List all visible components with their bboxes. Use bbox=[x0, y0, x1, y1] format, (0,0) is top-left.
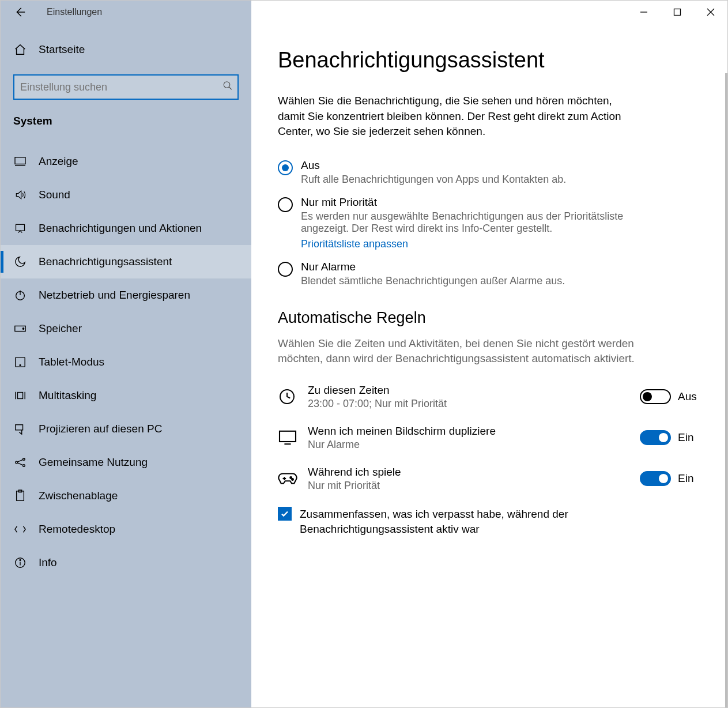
home-button[interactable]: Startseite bbox=[1, 35, 251, 64]
svg-point-14 bbox=[20, 365, 21, 366]
sidebar-item-notifications[interactable]: Benachrichtigungen und Aktionen bbox=[1, 212, 251, 245]
svg-point-20 bbox=[23, 458, 25, 461]
sidebar-item-label: Info bbox=[39, 556, 57, 569]
rule-times-sub: 23:00 - 07:00; Nur mit Priorität bbox=[308, 398, 640, 410]
svg-point-4 bbox=[224, 82, 230, 88]
option-priority[interactable]: Nur mit Priorität Es werden nur ausgewäh… bbox=[278, 196, 701, 250]
back-button[interactable] bbox=[13, 6, 26, 18]
sidebar-item-label: Projizieren auf diesen PC bbox=[39, 423, 162, 435]
rule-gaming[interactable]: Während ich spiele Nur mit Priorität Ein bbox=[278, 466, 701, 492]
radio-off[interactable] bbox=[278, 160, 293, 175]
sidebar-item-label: Gemeinsame Nutzung bbox=[39, 456, 148, 469]
clock-icon bbox=[278, 387, 303, 406]
option-priority-desc: Es werden nur ausgewählte Benachrichtigu… bbox=[301, 210, 624, 235]
option-priority-title: Nur mit Priorität bbox=[301, 196, 624, 209]
sidebar-item-shared[interactable]: Gemeinsame Nutzung bbox=[1, 446, 251, 479]
sound-icon bbox=[13, 189, 27, 201]
rules-heading: Automatische Regeln bbox=[278, 309, 701, 327]
power-icon bbox=[13, 289, 27, 302]
rules-intro: Wählen Sie die Zeiten und Aktivitäten, b… bbox=[278, 336, 635, 367]
sidebar-item-label: Benachrichtigungen und Aktionen bbox=[39, 222, 202, 235]
sidebar-item-clipboard[interactable]: Zwischenablage bbox=[1, 479, 251, 513]
rule-duplicate-sub: Nur Alarme bbox=[308, 439, 640, 451]
toggle-gaming[interactable] bbox=[640, 471, 671, 486]
sidebar-item-display[interactable]: Anzeige bbox=[1, 145, 251, 178]
sidebar-group-system: System bbox=[1, 115, 251, 145]
sidebar-item-sound[interactable]: Sound bbox=[1, 178, 251, 212]
toggle-duplicate[interactable] bbox=[640, 430, 671, 445]
titlebar: Einstellungen bbox=[1, 1, 727, 24]
sidebar-item-multitasking[interactable]: Multitasking bbox=[1, 379, 251, 412]
monitor-icon bbox=[278, 430, 303, 446]
notifications-icon bbox=[13, 223, 27, 234]
sidebar-item-label: Benachrichtigungsassistent bbox=[39, 255, 172, 268]
option-off-desc: Ruft alle Benachrichtigungen von Apps un… bbox=[301, 174, 566, 186]
sidebar: Startseite System Anzeige bbox=[1, 24, 251, 707]
intro-text: Wählen Sie die Benachrichtigung, die Sie… bbox=[278, 93, 635, 140]
toggle-duplicate-label: Ein bbox=[678, 431, 701, 444]
shared-icon bbox=[13, 457, 27, 468]
maximize-button[interactable] bbox=[661, 1, 694, 24]
rule-duplicate-title: Wenn ich meinen Bildschirm dupliziere bbox=[308, 425, 640, 438]
scrollbar[interactable] bbox=[725, 73, 727, 707]
settings-window: Einstellungen Startseite bbox=[0, 0, 728, 708]
svg-rect-30 bbox=[280, 431, 296, 442]
home-icon bbox=[13, 43, 27, 56]
sidebar-item-label: Netzbetrieb und Energiesparen bbox=[39, 289, 190, 302]
gamepad-icon bbox=[278, 471, 303, 486]
rule-duplicate[interactable]: Wenn ich meinen Bildschirm dupliziere Nu… bbox=[278, 425, 701, 451]
main-content: Benachrichtigungsassistent Wählen Sie di… bbox=[251, 24, 727, 707]
option-alarms[interactable]: Nur Alarme Blendet sämtliche Benachricht… bbox=[278, 261, 701, 287]
toggle-times-label: Aus bbox=[678, 390, 701, 403]
projecting-icon bbox=[13, 423, 27, 435]
window-title: Einstellungen bbox=[47, 7, 102, 17]
minimize-button[interactable] bbox=[627, 1, 661, 24]
priority-list-link[interactable]: Prioritätsliste anpassen bbox=[301, 238, 408, 250]
option-alarms-title: Nur Alarme bbox=[301, 261, 565, 273]
svg-point-34 bbox=[290, 477, 292, 479]
sidebar-item-storage[interactable]: Speicher bbox=[1, 312, 251, 345]
svg-rect-17 bbox=[17, 393, 22, 399]
svg-rect-6 bbox=[15, 157, 25, 164]
svg-line-22 bbox=[17, 460, 22, 462]
storage-icon bbox=[13, 325, 27, 333]
display-icon bbox=[13, 156, 27, 167]
sidebar-item-projecting[interactable]: Projizieren auf diesen PC bbox=[1, 412, 251, 446]
sidebar-item-label: Speicher bbox=[39, 322, 82, 335]
search-input[interactable] bbox=[13, 74, 239, 100]
summary-checkbox-row[interactable]: Zusammenfassen, was ich verpasst habe, w… bbox=[278, 507, 701, 536]
rule-gaming-title: Während ich spiele bbox=[308, 466, 640, 479]
rule-gaming-sub: Nur mit Priorität bbox=[308, 480, 640, 492]
sidebar-item-remote[interactable]: Remotedesktop bbox=[1, 513, 251, 546]
close-button[interactable] bbox=[694, 1, 727, 24]
sidebar-item-about[interactable]: Info bbox=[1, 546, 251, 579]
remote-icon bbox=[13, 524, 27, 535]
toggle-times[interactable] bbox=[640, 389, 671, 404]
rule-times-title: Zu diesen Zeiten bbox=[308, 384, 640, 397]
svg-point-21 bbox=[23, 465, 25, 467]
clipboard-icon bbox=[13, 489, 27, 502]
moon-icon bbox=[13, 255, 27, 268]
search-icon bbox=[222, 81, 233, 94]
svg-point-19 bbox=[16, 461, 18, 464]
sidebar-item-power[interactable]: Netzbetrieb und Energiesparen bbox=[1, 278, 251, 312]
radio-priority[interactable] bbox=[278, 197, 293, 212]
sidebar-item-label: Anzeige bbox=[39, 155, 78, 168]
home-label: Startseite bbox=[39, 43, 85, 56]
option-off-title: Aus bbox=[301, 159, 566, 172]
sidebar-item-label: Tablet-Modus bbox=[39, 356, 104, 368]
info-icon bbox=[13, 556, 27, 569]
option-alarms-desc: Blendet sämtliche Benachrichtigungen auß… bbox=[301, 275, 565, 287]
summary-checkbox-label: Zusammenfassen, was ich verpasst habe, w… bbox=[300, 507, 611, 536]
svg-point-28 bbox=[20, 560, 21, 561]
sidebar-item-tablet[interactable]: Tablet-Modus bbox=[1, 345, 251, 379]
sidebar-item-label: Multitasking bbox=[39, 389, 96, 402]
summary-checkbox[interactable] bbox=[278, 507, 292, 521]
option-off[interactable]: Aus Ruft alle Benachrichtigungen von App… bbox=[278, 159, 701, 186]
sidebar-item-focus-assist[interactable]: Benachrichtigungsassistent bbox=[1, 245, 251, 278]
svg-rect-8 bbox=[16, 224, 25, 231]
sidebar-item-label: Sound bbox=[39, 189, 70, 201]
rule-times[interactable]: Zu diesen Zeiten 23:00 - 07:00; Nur mit … bbox=[278, 384, 701, 410]
toggle-gaming-label: Ein bbox=[678, 472, 701, 485]
radio-alarms[interactable] bbox=[278, 262, 293, 277]
